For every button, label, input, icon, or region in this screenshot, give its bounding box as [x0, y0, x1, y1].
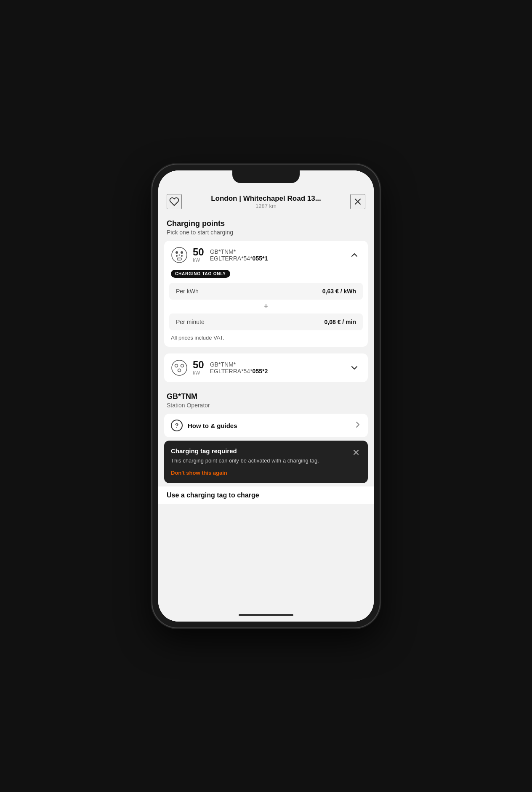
bottom-teaser-text: Use a charging tag to charge — [167, 492, 365, 499]
vat-note: All prices include VAT. — [164, 330, 368, 347]
bottom-teaser: Use a charging tag to charge — [158, 486, 374, 504]
charger-icon-ccs — [171, 247, 188, 263]
svg-point-5 — [176, 255, 178, 257]
chevron-up-1[interactable] — [348, 248, 361, 262]
phone-notch — [232, 170, 300, 183]
charging-point-card-2: 50 kW GB*TNM* EGLTERRA*54*055*2 — [164, 353, 368, 382]
svg-point-6 — [181, 255, 183, 257]
evse-id-1: EGLTERRA*54*055*1 — [210, 255, 348, 262]
power-unit-1: kW — [193, 257, 200, 263]
notification-body: This charging point can only be activate… — [171, 457, 361, 465]
home-indicator — [158, 608, 374, 622]
favorite-button[interactable] — [167, 194, 182, 209]
pricing-row-min: Per minute 0,08 € / min — [169, 314, 363, 330]
notification-close-button[interactable] — [350, 446, 362, 458]
power-value-2: 50 — [193, 360, 204, 370]
home-bar — [239, 614, 293, 616]
operator-section: GB*TNM Station Operator — [158, 385, 374, 410]
dont-show-link[interactable]: Don't show this again — [171, 470, 227, 476]
svg-point-12 — [178, 369, 181, 372]
charging-tag-badge: CHARGING TAG ONLY — [171, 270, 230, 278]
svg-point-9 — [172, 360, 187, 375]
svg-point-11 — [181, 364, 184, 367]
charging-point-header-2[interactable]: 50 kW GB*TNM* EGLTERRA*54*055*2 — [164, 353, 368, 382]
how-to-row[interactable]: ? How to & guides — [164, 414, 368, 437]
charging-section-header: Charging points Pick one to start chargi… — [158, 213, 374, 237]
charging-section-subtitle: Pick one to start charging — [167, 229, 365, 236]
power-value-1: 50 — [193, 247, 204, 257]
power-unit-2: kW — [193, 370, 200, 376]
pricing-label-kwh: Per kWh — [176, 288, 199, 295]
how-to-icon: ? — [171, 420, 183, 431]
how-to-label: How to & guides — [188, 422, 354, 429]
charging-point-header-1[interactable]: 50 kW GB*TNM* EGLTERRA*54*055*1 — [164, 241, 368, 269]
close-button[interactable] — [350, 194, 365, 209]
svg-point-4 — [181, 251, 183, 254]
station-distance: 1287 km — [182, 203, 350, 209]
notification-title: Charging tag required — [171, 447, 361, 454]
charger-info-2: GB*TNM* EGLTERRA*54*055*2 — [210, 361, 348, 375]
evse-id-2: EGLTERRA*54*055*2 — [210, 368, 348, 375]
operator-name: GB*TNM — [167, 392, 365, 401]
how-to-chevron-icon — [354, 421, 361, 430]
charging-point-card-1: 50 kW GB*TNM* EGLTERRA*54*055*1 CHARGING — [164, 241, 368, 347]
charging-section-title: Charging points — [167, 219, 365, 228]
charger-power-1: 50 kW — [193, 247, 204, 263]
svg-point-10 — [175, 364, 178, 367]
pricing-row-kwh: Per kWh 0,63 € / kWh — [169, 283, 363, 300]
station-title: London | Whitechapel Road 13... — [182, 194, 350, 203]
phone-frame: London | Whitechapel Road 13... 1287 km … — [152, 165, 380, 627]
pricing-value-min: 0,08 € / min — [325, 319, 356, 325]
notification-banner: Charging tag required This charging poin… — [164, 441, 368, 483]
svg-point-3 — [176, 251, 178, 254]
screen-content: London | Whitechapel Road 13... 1287 km … — [158, 189, 374, 608]
svg-point-8 — [179, 255, 180, 256]
network-id-1: GB*TNM* — [210, 248, 348, 255]
charger-info-1: GB*TNM* EGLTERRA*54*055*1 — [210, 248, 348, 262]
phone-screen: London | Whitechapel Road 13... 1287 km … — [158, 170, 374, 622]
header-title-block: London | Whitechapel Road 13... 1287 km — [182, 194, 350, 209]
network-id-2: GB*TNM* — [210, 361, 348, 368]
svg-rect-7 — [177, 258, 181, 260]
plus-separator: + — [164, 300, 368, 314]
chevron-down-2[interactable] — [348, 361, 361, 375]
charger-icon-chademo — [171, 359, 188, 376]
pricing-value-kwh: 0,63 € / kWh — [322, 288, 356, 295]
header: London | Whitechapel Road 13... 1287 km — [158, 189, 374, 213]
operator-label: Station Operator — [167, 402, 365, 409]
charger-power-2: 50 kW — [193, 360, 204, 376]
pricing-label-min: Per minute — [176, 319, 205, 325]
